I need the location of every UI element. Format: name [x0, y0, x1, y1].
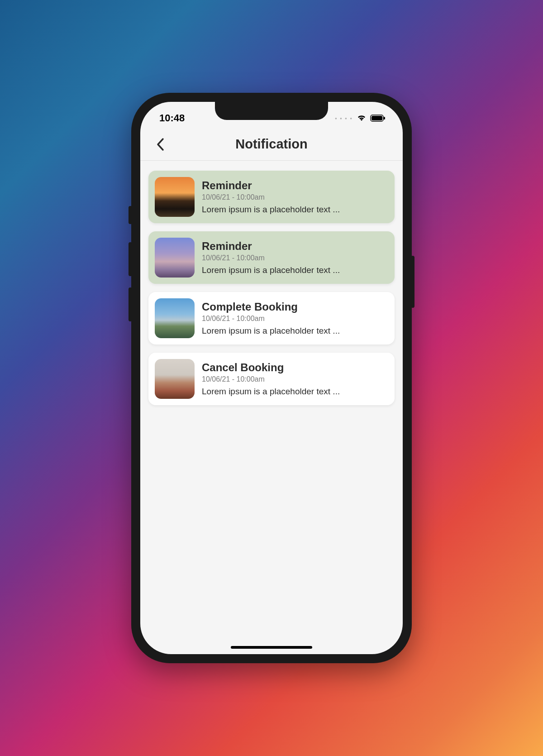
notification-card[interactable]: Reminder 10/06/21 - 10:00am Lorem ipsum … [148, 231, 395, 284]
notification-card[interactable]: Reminder 10/06/21 - 10:00am Lorem ipsum … [148, 171, 395, 223]
phone-notch [215, 102, 328, 120]
phone-side-button [129, 206, 132, 224]
notification-content: Cancel Booking 10/06/21 - 10:00am Lorem … [202, 359, 388, 399]
notification-list: Reminder 10/06/21 - 10:00am Lorem ipsum … [140, 161, 403, 415]
notification-card[interactable]: Complete Booking 10/06/21 - 10:00am Lore… [148, 292, 395, 345]
wifi-icon [357, 115, 367, 122]
phone-frame: 10:48 ● ● ● ● [131, 93, 412, 663]
notification-content: Reminder 10/06/21 - 10:00am Lorem ipsum … [202, 177, 388, 217]
notification-card[interactable]: Cancel Booking 10/06/21 - 10:00am Lorem … [148, 353, 395, 405]
navigation-header: Notification [140, 128, 403, 161]
notification-content: Reminder 10/06/21 - 10:00am Lorem ipsum … [202, 238, 388, 278]
svg-rect-1 [372, 116, 382, 120]
home-indicator[interactable] [231, 646, 312, 649]
notification-datetime: 10/06/21 - 10:00am [202, 375, 388, 383]
notification-body: Lorem ipsum is a placeholder text ... [202, 326, 388, 336]
cellular-icon: ● ● ● ● [335, 116, 353, 120]
status-time: 10:48 [159, 112, 185, 124]
notification-body: Lorem ipsum is a placeholder text ... [202, 387, 388, 397]
notification-title: Reminder [202, 240, 388, 253]
chevron-left-icon [156, 138, 164, 151]
notification-content: Complete Booking 10/06/21 - 10:00am Lore… [202, 298, 388, 338]
status-indicators: ● ● ● ● [335, 115, 386, 122]
notification-title: Reminder [202, 179, 388, 192]
battery-icon [370, 115, 386, 122]
notification-body: Lorem ipsum is a placeholder text ... [202, 265, 388, 275]
phone-screen: 10:48 ● ● ● ● [140, 102, 403, 654]
notification-datetime: 10/06/21 - 10:00am [202, 315, 388, 323]
phone-side-button [129, 242, 132, 276]
phone-side-button [411, 256, 414, 308]
notification-datetime: 10/06/21 - 10:00am [202, 254, 388, 262]
notification-title: Complete Booking [202, 301, 388, 313]
page-title: Notification [149, 137, 394, 152]
notification-thumbnail [155, 238, 195, 278]
notification-title: Cancel Booking [202, 361, 388, 374]
back-button[interactable] [152, 136, 168, 153]
notification-body: Lorem ipsum is a placeholder text ... [202, 205, 388, 215]
notification-thumbnail [155, 359, 195, 399]
notification-thumbnail [155, 177, 195, 217]
notification-thumbnail [155, 298, 195, 338]
svg-rect-2 [384, 117, 385, 120]
notification-datetime: 10/06/21 - 10:00am [202, 193, 388, 201]
phone-side-button [129, 287, 132, 321]
